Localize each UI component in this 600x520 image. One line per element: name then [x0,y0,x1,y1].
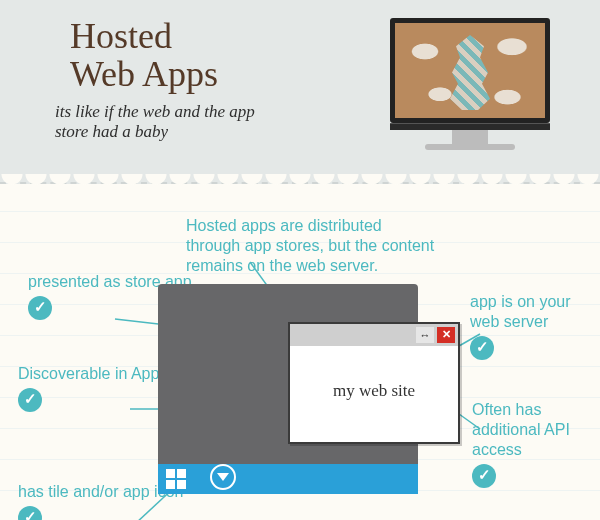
title-line2: Web Apps [70,54,218,94]
close-icon: ✕ [437,327,455,343]
monitor-illustration [390,18,550,150]
taskbar [158,464,418,494]
annotation-api-access: Often has additional API access ✓ [472,400,582,488]
checkmark-icon: ✓ [18,506,42,520]
browser-window: ↔ ✕ my web site [288,322,460,444]
checkmark-icon: ✓ [18,388,42,412]
app-orb-icon [210,464,236,490]
titlebar: ↔ ✕ [290,324,458,346]
checkmark-icon: ✓ [470,336,494,360]
resize-icon: ↔ [416,327,434,343]
annotation-text: app is on your web server [470,292,600,332]
diagram-stage: Hosted apps are distributed through app … [0,184,600,520]
annotation-text: Often has additional API access [472,400,582,460]
intro-text: Hosted apps are distributed through app … [186,216,436,276]
subtitle: its like if the web and the app store ha… [55,102,285,142]
start-tile-icon [166,469,186,489]
title-line1: Hosted [70,16,172,56]
annotation-on-web-server: app is on your web server ✓ [470,292,600,360]
header: Hosted Web Apps its like if the web and … [0,0,600,184]
checkmark-icon: ✓ [472,464,496,488]
checkmark-icon: ✓ [28,296,52,320]
window-body: my web site [290,346,458,436]
